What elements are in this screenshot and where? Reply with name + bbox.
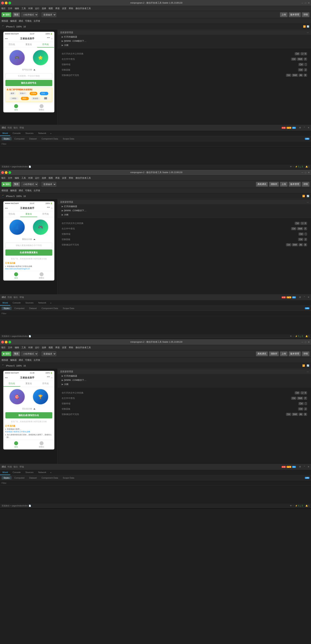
mode-select-3[interactable]: 小程序模式 [21,352,38,356]
more-icon-1[interactable]: ··· [293,166,294,168]
subtool-visual-1[interactable]: 可视化 [25,20,32,22]
dst-scopedata-3[interactable]: Scope Data [61,476,76,480]
dt-sources-3[interactable]: Sources [23,470,36,475]
devtools-tab-perf-3[interactable]: 性能 [8,465,12,468]
close-btn-1[interactable] [1,2,4,4]
phone-gen-btn-2[interactable]: 生成/复制重复重名 [5,250,52,256]
dst-computed-1[interactable]: Computed [12,137,27,140]
menu-tool-3[interactable]: 工具 [22,346,26,349]
save-btn-2[interactable]: 清除存 [269,182,279,187]
devtools-tab-output-2[interactable]: 输出 [14,296,18,299]
filter-input-2[interactable] [2,312,309,315]
file-tree-item-1-2[interactable]: ▶ [WWW. .COM模供下… [58,39,311,43]
tab-blank-name-2[interactable]: 空白名 [4,211,20,217]
menu-tool-2[interactable]: 工具 [22,176,26,180]
settings-icon-2[interactable]: ⚙ [299,296,301,298]
collapse-icon-2[interactable]: ⌃ [303,296,305,298]
subtool-debug-2[interactable]: 调试 [19,189,23,192]
subtool-cloud-3[interactable]: 云开发 [34,358,40,362]
collapse-icon-3[interactable]: ⌃ [303,466,305,468]
menu-select-3[interactable]: 选择 [42,346,46,349]
devtools-tab-output-3[interactable]: 输出 [14,465,18,468]
close-icon-2[interactable]: ✕ [308,171,310,174]
upload-btn-3[interactable]: 上传 [280,352,287,356]
phone-input-1[interactable]: 长按复制，中文白行修改 [5,73,52,79]
subtool-simulator-2[interactable]: 模拟器 [2,189,8,192]
devtools-tab-edit-1[interactable]: 帮编 [20,126,24,129]
dt-wxml-3[interactable]: Wxml [0,470,10,475]
devtools-tab-edit-3[interactable]: 帮编 [20,465,24,468]
faq-link-2-1[interactable]: www.xiaoxuanzhuanmingzrs.cn [5,268,30,270]
dt-more-2[interactable]: » [49,302,53,304]
devtools-tab-output-1[interactable]: 输出 [14,126,18,129]
filter-input-3[interactable] [2,482,309,484]
max-btn-2[interactable] [8,171,11,174]
real-test-btn-2[interactable]: 真机调试 [256,182,268,187]
dt-console-1[interactable]: Console [10,130,23,136]
file-tree-more-2[interactable]: ··· [307,201,308,203]
menu-view-1[interactable]: 视图 [49,7,53,10]
translate-select-1[interactable]: 普通编译 [42,12,56,17]
menu-project-1[interactable]: 项目 [1,7,6,10]
faq-link-3-1[interactable]: 本游戏由小程序传工作室出品哦 [5,431,30,433]
version-btn-1[interactable]: 版本管理 [289,12,301,17]
close-btn-2[interactable] [1,171,4,174]
dt-network-3[interactable]: Network [36,470,49,475]
menu-settings-3[interactable]: 设置 [62,346,66,349]
menu-settings-2[interactable]: 设置 [62,176,66,180]
menu-interface-2[interactable]: 界面 [55,176,60,180]
file-tree-item-3-1[interactable]: ▶ 打开的编辑器 [58,374,311,378]
eye-icon-2[interactable]: 👁 [290,335,292,337]
file-tree-item-3-3[interactable]: ▶ 大纲 [58,382,311,386]
close-icon-3[interactable]: ✕ [308,341,310,344]
mode-select-2[interactable]: 小程序模式 [21,182,38,187]
filter-input-1[interactable] [2,143,309,145]
real-test-btn-3[interactable]: 真机调试 [256,352,268,356]
file-tree-item-1-3[interactable]: ▶ 大纲 [58,43,311,47]
dst-styles-1[interactable]: Styles [2,137,12,140]
dst-dataset-3[interactable]: Dataset [27,476,39,480]
menu-select-2[interactable]: 选择 [42,176,46,180]
max-btn-3[interactable] [8,341,11,344]
file-tree-item-2-3[interactable]: ▶ 大纲 [58,213,311,217]
dst-dataset-2[interactable]: Dataset [27,307,39,310]
file-tree-item-2-1[interactable]: ▶ 打开的编辑器 [58,204,311,208]
dst-scopedata-2[interactable]: Scope Data [61,307,76,310]
settings-icon-3[interactable]: ⚙ [299,466,301,468]
tab-blank-name-3[interactable]: 空白名 [4,381,20,386]
menu-edit-1[interactable]: 编辑 [15,7,19,10]
menu-select-1[interactable]: 选择 [42,7,46,10]
compile-btn-1[interactable]: ▶ 编辑 [2,12,11,17]
devtools-tab-debug-3[interactable]: 调试 [2,465,6,468]
phone-input-2[interactable]: 请输入重复的昵称(1-5个字符) [5,243,52,248]
menu-file-1[interactable]: 文件 [8,7,12,10]
dst-styles-3[interactable]: Styles [2,476,12,480]
dst-scopedata-1[interactable]: Scope Data [61,137,76,140]
cls-badge-1[interactable]: .cls [305,138,309,140]
eye-icon-3[interactable]: 👁 [290,505,292,507]
file-tree-item-3-2[interactable]: ▶ [WWW. .COM模供下… [58,378,311,382]
cls-badge-2[interactable]: .cls [305,307,309,309]
subtool-editor-1[interactable]: 编辑器 [10,20,17,22]
dst-computed-3[interactable]: Computed [12,476,27,480]
subtool-editor-2[interactable]: 编辑器 [10,189,17,192]
nav-strategy-3[interactable]: 攻略站 [29,440,54,450]
min-btn-3[interactable] [5,341,8,344]
dt-sources-2[interactable]: Sources [23,300,36,306]
min-btn-2[interactable] [5,171,8,174]
subtool-debug-3[interactable]: 调试 [19,358,23,362]
translate-select-2[interactable]: 普通编译 [42,182,56,187]
subtool-cloud-1[interactable]: 云开发 [34,20,40,22]
more-icon-3[interactable]: ··· [293,505,294,507]
subtool-debug-1[interactable]: 调试 [19,20,23,22]
minimize-icon-2[interactable]: ─ [301,171,303,174]
tab-repeat-name-3[interactable]: 重复名 [20,381,37,386]
detail-btn-2[interactable]: 详情 [302,182,309,187]
dt-wxml-2[interactable]: Wxml [0,300,10,306]
dt-console-3[interactable]: Console [10,470,23,475]
nav-strategy-2[interactable]: 攻略站 [29,271,54,280]
cls-badge-3[interactable]: .cls [305,477,309,479]
detail-btn-3[interactable]: 详情 [302,352,309,356]
devtools-tab-debug-1[interactable]: 调试 [2,126,6,129]
dt-more-1[interactable]: » [49,132,53,134]
